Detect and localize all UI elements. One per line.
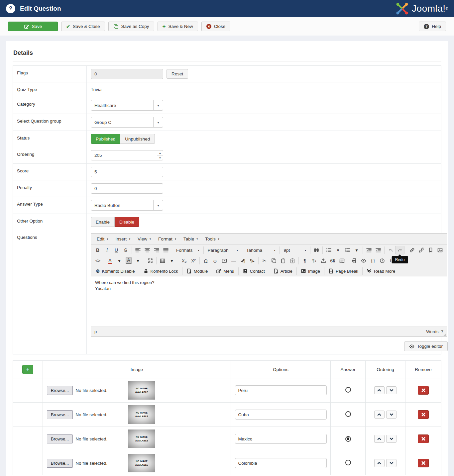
remove-button[interactable] (418, 459, 429, 467)
preview-icon[interactable] (359, 256, 368, 265)
save-button[interactable]: Save (8, 22, 58, 31)
insert-image-button[interactable]: Image (298, 267, 323, 275)
ltr-icon[interactable]: ◂¶ (238, 256, 248, 265)
number-spinner[interactable]: ▲▼ (157, 150, 163, 160)
option-input[interactable] (235, 434, 327, 444)
rtl-icon[interactable]: ¶▸ (248, 256, 257, 265)
close-button[interactable]: ✖ Close (201, 22, 231, 31)
menu-insert[interactable]: Insert▾ (112, 235, 133, 243)
template-icon[interactable] (337, 256, 347, 265)
special-char-icon[interactable]: Ω (201, 256, 210, 265)
source-code-icon[interactable]: <> (93, 256, 102, 265)
category-select[interactable]: Healthcare ▾ (91, 100, 163, 111)
find-replace-icon[interactable] (312, 246, 321, 254)
answer-type-select[interactable]: Radio Button ▾ (91, 200, 163, 211)
print-icon[interactable] (350, 256, 359, 265)
bullet-list-icon[interactable] (324, 246, 333, 254)
answer-radio[interactable] (345, 387, 351, 393)
option-input[interactable] (235, 458, 327, 468)
move-down-button[interactable] (386, 411, 397, 419)
anchor-icon[interactable] (426, 246, 435, 254)
show-blocks-icon[interactable]: ¶◂ (309, 256, 319, 265)
move-up-button[interactable] (374, 459, 385, 467)
other-enable-button[interactable]: Enable (91, 217, 115, 227)
unlink-icon[interactable] (417, 246, 426, 254)
subscript-icon[interactable]: X₂ (179, 256, 189, 265)
link-icon[interactable] (407, 246, 417, 254)
paragraph-dropdown[interactable]: Paragraph▾ (205, 246, 241, 254)
editor-content[interactable]: Where can we find this region? Yucatan (91, 276, 447, 327)
italic-button[interactable]: I (102, 246, 112, 254)
reset-button[interactable]: Reset (167, 69, 188, 79)
redo-icon[interactable]: Redo (395, 246, 404, 254)
text-color-icon[interactable]: A (105, 256, 115, 265)
browse-button[interactable]: Browse... (47, 386, 73, 395)
text-color-caret[interactable]: ▾ (115, 256, 124, 265)
font-family-dropdown[interactable]: Tahoma▾ (244, 246, 278, 254)
image-icon[interactable] (435, 246, 445, 254)
move-up-button[interactable] (374, 386, 385, 394)
browse-button[interactable]: Browse... (47, 459, 73, 468)
menu-format[interactable]: Format▾ (155, 235, 179, 243)
menu-tools[interactable]: Tools▾ (202, 235, 222, 243)
komento-disable-button[interactable]: ⊗Komento Disable (93, 267, 138, 275)
module-button[interactable]: Module (184, 267, 211, 275)
code-sample-icon[interactable]: {;} (368, 256, 378, 265)
indent-icon[interactable] (374, 246, 383, 254)
align-justify-icon[interactable] (161, 246, 170, 254)
penalty-input[interactable] (91, 183, 163, 194)
resize-grip[interactable] (443, 333, 446, 336)
remove-button[interactable] (418, 410, 429, 419)
table-caret[interactable]: ▾ (167, 256, 176, 265)
answer-radio-selected[interactable] (345, 436, 351, 442)
align-right-icon[interactable] (152, 246, 161, 254)
browse-button[interactable]: Browse... (47, 434, 73, 443)
background-color-caret[interactable]: ▾ (133, 256, 143, 265)
align-center-icon[interactable] (143, 246, 152, 254)
other-disable-button[interactable]: Disable (115, 217, 139, 227)
element-path[interactable]: p (94, 329, 97, 334)
numbered-list-caret[interactable]: ▾ (352, 246, 361, 254)
spinner-down-icon[interactable]: ▼ (157, 155, 163, 160)
menu-button[interactable]: Menu (213, 267, 237, 275)
align-left-icon[interactable] (133, 246, 143, 254)
background-color-icon[interactable]: A (124, 256, 133, 265)
help-question-icon[interactable]: ? (6, 4, 15, 13)
article-button[interactable]: Article (271, 267, 295, 275)
contact-button[interactable]: Contact (240, 267, 268, 275)
answer-radio[interactable] (345, 411, 351, 417)
status-published-button[interactable]: Published (91, 134, 120, 144)
numbered-list-icon[interactable] (343, 246, 352, 254)
remove-button[interactable] (418, 386, 429, 395)
table-icon[interactable] (158, 256, 167, 265)
media-icon[interactable] (220, 256, 229, 265)
score-input[interactable] (91, 167, 163, 177)
emoticon-icon[interactable]: ☺ (210, 256, 220, 265)
bold-button[interactable]: B (93, 246, 102, 254)
cut-icon[interactable]: ✂ (260, 256, 269, 265)
help-button[interactable]: ? Help (419, 22, 446, 31)
import-icon[interactable] (319, 256, 328, 265)
browse-button[interactable]: Browse... (47, 410, 73, 419)
question-group-select[interactable]: Group C ▾ (91, 117, 163, 128)
blockquote-icon[interactable]: 66 (328, 256, 337, 265)
paste-icon[interactable] (279, 256, 288, 265)
toggle-editor-button[interactable]: Toggle editor (404, 341, 448, 351)
horizontal-rule-icon[interactable]: — (229, 256, 238, 265)
move-up-button[interactable] (374, 435, 385, 443)
undo-icon[interactable] (386, 246, 395, 254)
save-new-button[interactable]: + Save & New (158, 22, 198, 31)
move-down-button[interactable] (386, 459, 397, 467)
option-input[interactable] (235, 385, 327, 395)
read-more-button[interactable]: Read More (364, 267, 398, 275)
underline-button[interactable]: U (112, 246, 121, 254)
show-invisibles-icon[interactable]: ¶ (300, 256, 309, 265)
menu-view[interactable]: View▾ (135, 235, 154, 243)
outdent-icon[interactable] (364, 246, 374, 254)
insert-datetime-icon[interactable] (378, 256, 387, 265)
font-size-dropdown[interactable]: 9pt▾ (281, 246, 309, 254)
paste-text-icon[interactable] (288, 256, 297, 265)
komento-lock-button[interactable]: Komento Lock (141, 267, 181, 275)
ordering-input[interactable] (91, 150, 163, 160)
move-up-button[interactable] (374, 411, 385, 419)
